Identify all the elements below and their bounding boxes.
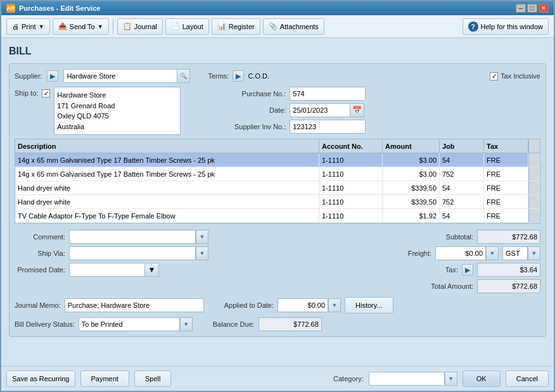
table-body: 14g x 65 mm Galvanised Type 17 Batten Ti… (15, 153, 540, 223)
app-icon: AR (6, 4, 15, 13)
ok-button[interactable]: OK (462, 370, 501, 387)
promised-date-calendar-icon[interactable]: ▼ (145, 263, 159, 277)
purchase-no-label: Purchase No.: (229, 90, 286, 98)
cell-job: 54 (440, 153, 484, 167)
attachment-icon: 📎 (269, 22, 278, 30)
cell-tax: FRE (484, 167, 528, 180)
cell-account: 1-1110 (319, 209, 383, 222)
separator-1 (113, 19, 113, 34)
supplier-nav-icon[interactable]: ▶ (47, 70, 58, 82)
ship-via-input[interactable] (69, 246, 196, 260)
page-title: BILL (9, 43, 546, 60)
applied-to-date-dropdown[interactable]: ▼ (328, 298, 341, 312)
journal-memo-input[interactable] (65, 298, 204, 312)
form-panel: Supplier: ▶ 🔍 Terms: ▶ C.O.D. (9, 63, 546, 337)
comment-input[interactable] (69, 230, 196, 244)
line-items-table: Description Account No. Amount Job Tax 1… (15, 139, 540, 224)
scrollbar-header (528, 139, 540, 153)
gst-input[interactable] (502, 246, 528, 260)
table-row[interactable]: Hand dryer white 1-1110 $339.50 54 FRE (15, 181, 540, 195)
layout-label: Layout (182, 23, 203, 30)
table-row[interactable]: 14g x 65 mm Galvanised Type 17 Batten Ti… (15, 167, 540, 181)
attachments-button[interactable]: 📎 Attachments (263, 18, 324, 35)
title-bar: AR Purchases - Edit Service ─ □ ✕ (1, 1, 554, 15)
promised-date-row: Promised Date: ▼ (15, 263, 333, 277)
toolbar-right: ? Help for this window (462, 18, 549, 35)
tax-inclusive-wrap: ✓ Tax Inclusive (490, 72, 540, 80)
balance-due-label: Balance Due: (213, 320, 255, 328)
history-button[interactable]: History... (345, 297, 393, 313)
col-amount: Amount (383, 139, 440, 153)
right-form: Subtotal: Freight: ▼ (338, 230, 540, 293)
supplier-inv-label: Supplier Inv No.: (229, 123, 286, 130)
ship-via-dropdown[interactable]: ▼ (196, 246, 208, 260)
cell-tax: FRE (484, 209, 528, 222)
col-job: Job (440, 139, 484, 153)
send-to-button[interactable]: 📤 Send To ▼ (53, 18, 109, 35)
table-row[interactable]: TV Cable Adaptor F-Type To F-Type Female… (15, 209, 540, 223)
bill-delivery-input[interactable] (79, 317, 180, 331)
ship-to-checkbox[interactable]: ✓ (42, 89, 50, 98)
print-button[interactable]: 🖨 Print ▼ (6, 18, 50, 35)
date-input[interactable] (290, 103, 350, 117)
help-icon: ? (468, 22, 478, 32)
help-label: Help for this window (481, 23, 543, 30)
register-button[interactable]: 📊 Register (212, 18, 260, 35)
tax-inclusive-checkbox[interactable]: ✓ (490, 72, 498, 80)
supplier-row: Supplier: ▶ 🔍 Terms: ▶ C.O.D. (15, 69, 540, 83)
total-row: Total Amount: (338, 279, 540, 293)
cell-description: 14g x 65 mm Galvanised Type 17 Batten Ti… (15, 153, 319, 167)
layout-button[interactable]: 📄 Layout (165, 18, 209, 35)
help-button[interactable]: ? Help for this window (462, 18, 549, 35)
payment-button[interactable]: Payment (80, 370, 129, 387)
spell-button[interactable]: Spell (134, 370, 171, 387)
tax-label: Tax: (445, 266, 458, 274)
minimize-button[interactable]: ─ (516, 4, 526, 13)
date-label: Date: (229, 106, 286, 114)
cell-amount: $3.00 (383, 167, 440, 180)
maximize-button[interactable]: □ (527, 4, 537, 13)
freight-input[interactable] (435, 246, 486, 260)
supplier-inv-input[interactable] (290, 120, 366, 134)
register-icon: 📊 (217, 22, 226, 30)
gst-dropdown[interactable]: ▼ (528, 246, 540, 260)
table-row[interactable]: Hand dryer white 1-1110 $339.50 752 FRE (15, 195, 540, 209)
freight-label: Freight: (408, 250, 431, 257)
ship-left: Ship to: ✓ Hardware Store171 Grenard Roa… (15, 87, 181, 135)
category-input[interactable] (369, 372, 445, 386)
terms-nav-icon[interactable]: ▶ (233, 70, 244, 82)
purchase-details: Purchase No.: Date: 📅 Supplier Inv No.: (229, 87, 366, 135)
print-label: Print (22, 23, 36, 30)
supplier-dropdown-icon[interactable]: 🔍 (177, 69, 190, 83)
cell-scroll (528, 209, 540, 222)
category-dropdown[interactable]: ▼ (445, 372, 457, 386)
table-row[interactable]: 14g x 65 mm Galvanised Type 17 Batten Ti… (15, 153, 540, 167)
subtotal-row: Subtotal: (338, 230, 540, 244)
col-tax: Tax (484, 139, 528, 153)
cell-amount: $1.92 (383, 209, 440, 222)
save-recurring-button[interactable]: Save as Recurring (6, 370, 75, 387)
cancel-button[interactable]: Cancel (506, 370, 549, 387)
applied-to-date-field[interactable] (278, 298, 328, 312)
calendar-icon[interactable]: 📅 (350, 103, 364, 117)
cell-scroll (528, 167, 540, 180)
journal-label: Journal (134, 23, 157, 30)
layout-icon: 📄 (171, 22, 180, 30)
ship-to-label: Ship to: (15, 89, 38, 97)
comment-row: Comment: ▼ (15, 230, 333, 244)
cell-scroll (528, 181, 540, 194)
ship-section: Ship to: ✓ Hardware Store171 Grenard Roa… (15, 87, 540, 135)
purchase-no-input[interactable] (290, 87, 366, 101)
cell-amount: $3.00 (383, 153, 440, 167)
freight-dropdown[interactable]: ▼ (486, 246, 499, 260)
col-account: Account No. (319, 139, 383, 153)
journal-button[interactable]: 📋 Journal (117, 18, 163, 35)
bill-delivery-dropdown[interactable]: ▼ (180, 317, 193, 331)
close-button[interactable]: ✕ (539, 4, 549, 13)
tax-nav-icon[interactable]: ▶ (462, 264, 473, 275)
comment-dropdown[interactable]: ▼ (196, 230, 208, 244)
supplier-input[interactable] (63, 69, 177, 83)
balance-due-field (258, 317, 322, 331)
promised-date-input[interactable] (69, 263, 145, 277)
cell-job: 752 (440, 195, 484, 208)
